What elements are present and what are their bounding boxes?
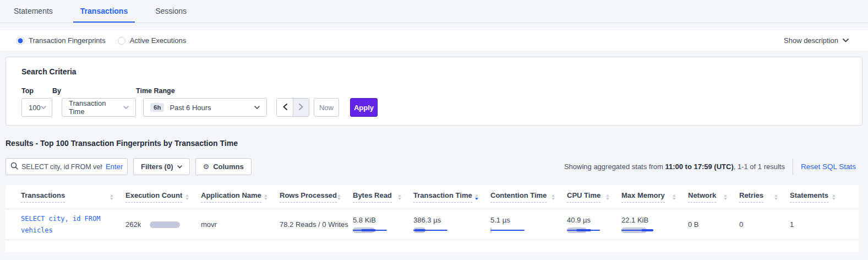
column-header-transaction-time: Transaction Time — [413, 191, 490, 203]
time-range-field: Time Range 6h Past 6 Hours — [136, 87, 267, 117]
sort-icon[interactable] — [673, 194, 676, 200]
aggregated-stats-text: Showing aggregated stats from 11:00 to 1… — [564, 162, 785, 171]
bytes-read-bar — [353, 227, 397, 234]
column-header-network: Network — [688, 191, 739, 203]
now-button[interactable]: Now — [314, 98, 339, 117]
contention-time-value: 5.1 µs — [490, 216, 534, 224]
filters-label: Filters (0) — [141, 162, 173, 171]
apply-button[interactable]: Apply — [350, 98, 378, 117]
column-header-bytes-read: Bytes Read — [353, 191, 413, 203]
bytes-read-value: 5.8 KiB — [353, 216, 397, 224]
max-memory-bar — [621, 227, 665, 234]
transaction-fingerprint-link[interactable]: SELECT city, id FROM vehicles — [21, 213, 125, 236]
chevron-right-icon — [299, 104, 303, 112]
column-header-statements: Statements — [790, 191, 848, 203]
reset-sql-stats-link[interactable]: Reset SQL Stats — [801, 162, 856, 171]
columns-label: Columns — [213, 162, 244, 171]
table-header-row: Transactions Execution Count Application… — [6, 185, 859, 209]
tab-sessions[interactable]: Sessions — [148, 0, 194, 23]
filters-button[interactable]: Filters (0) — [133, 158, 190, 175]
radio-transaction-fingerprints[interactable]: Transaction Fingerprints — [17, 36, 106, 45]
sort-icon[interactable] — [606, 194, 609, 200]
by-select[interactable]: Transaction Time — [62, 98, 136, 117]
results-controls: SELECT city, id FROM vehicles W Enter Fi… — [6, 158, 862, 175]
next-time-range-button[interactable] — [293, 99, 309, 116]
show-description-toggle[interactable]: Show description — [784, 36, 849, 45]
column-header-contention-time: Contention Time — [490, 191, 567, 203]
column-header-max-memory: Max Memory — [621, 191, 688, 203]
search-criteria-card: Search Criteria Top 100 By Transaction T… — [6, 57, 862, 126]
contention-time-bar — [490, 227, 534, 234]
sort-icon[interactable] — [552, 194, 555, 200]
network-value: 0 B — [688, 220, 699, 229]
transaction-time-value: 386.3 µs — [413, 216, 457, 224]
vertical-divider — [793, 159, 793, 175]
time-range-label: Time Range — [136, 87, 267, 95]
by-select-value: Transaction Time — [69, 99, 123, 116]
execution-count-value: 262k — [125, 220, 141, 229]
columns-button[interactable]: ⚙ Columns — [195, 158, 252, 175]
sort-icon[interactable] — [832, 194, 836, 200]
column-header-cpu-time: CPU Time — [567, 191, 621, 203]
time-range-badge: 6h — [150, 103, 164, 112]
chevron-down-icon — [843, 39, 849, 42]
radio-active-executions[interactable]: Active Executions — [118, 36, 187, 45]
execution-count-bar — [150, 221, 180, 228]
time-range-select[interactable]: 6h Past 6 Hours — [143, 98, 267, 117]
chevron-down-icon — [177, 165, 182, 169]
time-range-value: Past 6 Hours — [170, 104, 211, 112]
sort-icon[interactable] — [774, 194, 778, 200]
statements-value: 1 — [790, 220, 794, 229]
search-criteria-title: Search Criteria — [21, 67, 862, 76]
max-memory-value: 22.1 KiB — [621, 216, 665, 224]
chevron-down-icon — [254, 106, 260, 109]
previous-time-range-button[interactable] — [277, 99, 293, 116]
sort-icon[interactable] — [724, 194, 727, 200]
show-description-label: Show description — [784, 36, 838, 45]
column-header-application-name: Application Name — [201, 191, 280, 203]
column-header-transactions: Transactions — [21, 191, 125, 203]
tabbar: Statements Transactions Sessions — [0, 0, 868, 23]
cpu-time-value: 40.9 µs — [567, 216, 611, 224]
retries-value: 0 — [739, 220, 743, 229]
by-label: By — [52, 87, 136, 95]
results-heading: Results - Top 100 Transaction Fingerprin… — [6, 139, 868, 148]
radio-label: Transaction Fingerprints — [29, 36, 106, 45]
rows-processed-value: 78.2 Reads / 0 Writes — [280, 220, 348, 229]
search-icon — [10, 162, 18, 172]
radio-unselected-icon — [118, 37, 125, 45]
tab-statements[interactable]: Statements — [7, 0, 60, 23]
application-name-value: movr — [201, 220, 217, 229]
transaction-time-bar — [413, 227, 457, 234]
column-header-execution-count: Execution Count — [125, 191, 201, 203]
chevron-down-icon — [123, 106, 129, 109]
transactions-table: Transactions Execution Count Application… — [6, 185, 859, 252]
radio-label: Active Executions — [130, 36, 187, 45]
stats-time-range: 11:00 to 17:59 (UTC) — [665, 162, 733, 171]
sort-icon[interactable] — [475, 194, 478, 200]
sort-icon[interactable] — [398, 194, 401, 200]
top-label: Top — [21, 87, 52, 95]
table-row: SELECT city, id FROM vehicles 262k movr … — [6, 209, 859, 240]
gear-icon: ⚙ — [203, 162, 210, 171]
time-range-arrows — [276, 98, 309, 117]
search-enter-button[interactable]: Enter — [106, 162, 123, 171]
radio-selected-icon — [17, 37, 24, 45]
top-field: Top 100 — [21, 87, 52, 117]
top-select-value: 100 — [29, 104, 41, 112]
chevron-down-icon — [41, 106, 46, 109]
column-header-rows-processed: Rows Processed — [280, 191, 353, 203]
tab-transactions[interactable]: Transactions — [73, 0, 135, 23]
sort-icon[interactable] — [185, 194, 189, 200]
column-header-retries: Retries — [739, 191, 790, 203]
sort-icon[interactable] — [264, 194, 268, 200]
search-input[interactable]: SELECT city, id FROM vehicles W Enter — [6, 158, 128, 175]
sort-icon[interactable] — [110, 194, 113, 200]
sort-icon[interactable] — [337, 194, 341, 200]
by-field: By Transaction Time — [52, 87, 136, 117]
top-select[interactable]: 100 — [21, 98, 52, 117]
chevron-left-icon — [283, 104, 287, 112]
view-toggle-bar: Transaction Fingerprints Active Executio… — [0, 30, 868, 51]
cpu-time-bar — [567, 227, 611, 234]
search-input-value: SELECT city, id FROM vehicles W — [21, 163, 102, 171]
